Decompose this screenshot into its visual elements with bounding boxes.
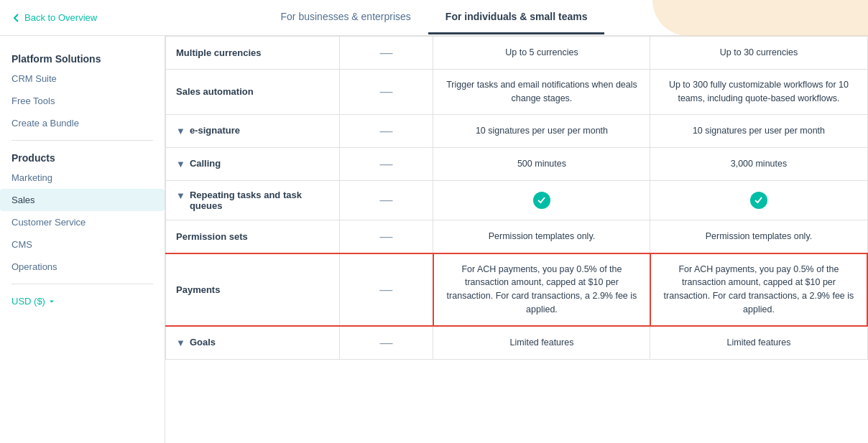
plan-tabs: For businesses & enterprises For individ… [264, 1, 605, 34]
header: Back to Overview For businesses & enterp… [0, 0, 868, 36]
calling-icon: ▼ [176, 159, 185, 169]
col3-cell: 10 signatures per user per month [433, 114, 650, 147]
col2-cell: — [339, 114, 433, 147]
col3-cell: Trigger tasks and email notifications wh… [433, 70, 650, 115]
col3-cell: 500 minutes [433, 147, 650, 180]
col2-cell: — [339, 326, 433, 360]
sidebar-item-free-tools[interactable]: Free Tools [0, 90, 165, 112]
feature-name-cell: Multiple currencies [166, 37, 340, 70]
tasks-icon: ▼ [176, 190, 185, 201]
col4-cell: 10 signatures per user per month [650, 114, 867, 147]
person-icon: ▼ [176, 126, 185, 136]
sidebar-item-operations[interactable]: Operations [0, 256, 165, 278]
header-bg-decoration [652, 0, 868, 36]
feature-name-cell: Sales automation [166, 70, 340, 115]
col4-cell: Limited features [650, 326, 867, 360]
col3-cell: Limited features [433, 326, 650, 360]
sidebar-item-cms[interactable]: CMS [0, 233, 165, 256]
check-circle-col4 [750, 192, 767, 209]
col2-cell: — [339, 37, 433, 70]
tab-individuals-small-teams[interactable]: For individuals & small teams [428, 1, 605, 34]
sidebar: Platform Solutions CRM Suite Free Tools … [0, 36, 165, 443]
goals-icon: ▼ [176, 337, 185, 348]
sidebar-item-sales[interactable]: Sales [0, 189, 165, 211]
main-content: Platform Solutions CRM Suite Free Tools … [0, 36, 868, 443]
sidebar-divider [11, 140, 153, 141]
feature-name-cell: Permission sets [166, 220, 340, 253]
tab-businesses-enterprises[interactable]: For businesses & enterprises [264, 1, 428, 34]
sidebar-item-customer-service[interactable]: Customer Service [0, 211, 165, 233]
currency-selector[interactable]: USD ($) [0, 290, 165, 312]
col3-cell [433, 180, 650, 220]
platform-solutions-title: Platform Solutions [0, 47, 165, 67]
products-title: Products [0, 146, 165, 167]
col4-cell: 3,000 minutes [650, 147, 867, 180]
sidebar-item-marketing[interactable]: Marketing [0, 167, 165, 189]
back-to-overview-link[interactable]: Back to Overview [11, 12, 97, 23]
feature-name-cell: ▼ Repeating tasks and task queues [166, 180, 340, 220]
col2-cell: — [339, 180, 433, 220]
payments-row: Payments — For ACH payments, you pay 0.5… [166, 253, 868, 326]
table-row: Permission sets — Permission templates o… [166, 220, 868, 253]
col4-cell [650, 180, 867, 220]
col3-cell: Up to 5 currencies [433, 37, 650, 70]
col4-cell: Up to 300 fully customizable workflows f… [650, 70, 867, 115]
col3-cell: For ACH payments, you pay 0.5% of the tr… [433, 253, 650, 326]
table-row: Multiple currencies — Up to 5 currencies… [166, 37, 868, 70]
col4-cell: For ACH payments, you pay 0.5% of the tr… [650, 253, 867, 326]
feature-name-cell: ▼ e-signature [166, 114, 340, 147]
col2-cell: — [339, 70, 433, 115]
table-row: ▼ Calling — 500 minutes 3,000 minutes [166, 147, 868, 180]
col2-cell: — [339, 220, 433, 253]
feature-name-cell: ▼ Calling [166, 147, 340, 180]
table-row: ▼ e-signature — 10 signatures per user p… [166, 114, 868, 147]
col3-cell: Permission templates only. [433, 220, 650, 253]
col4-cell: Permission templates only. [650, 220, 867, 253]
comparison-table: Multiple currencies — Up to 5 currencies… [165, 36, 868, 360]
table-row: ▼ Repeating tasks and task queues — [166, 180, 868, 220]
col2-cell: — [339, 253, 433, 326]
comparison-table-area: Multiple currencies — Up to 5 currencies… [165, 36, 868, 443]
sidebar-item-create-bundle[interactable]: Create a Bundle [0, 112, 165, 134]
feature-name-cell: ▼ Goals [166, 326, 340, 360]
feature-name-cell: Payments [166, 253, 340, 326]
check-circle-col3 [533, 192, 550, 209]
sidebar-item-crm-suite[interactable]: CRM Suite [0, 67, 165, 90]
table-row: ▼ Goals — Limited features Limited featu… [166, 326, 868, 360]
table-row: Sales automation — Trigger tasks and ema… [166, 70, 868, 115]
col4-cell: Up to 30 currencies [650, 37, 867, 70]
col2-cell: — [339, 147, 433, 180]
sidebar-divider-2 [11, 284, 153, 284]
